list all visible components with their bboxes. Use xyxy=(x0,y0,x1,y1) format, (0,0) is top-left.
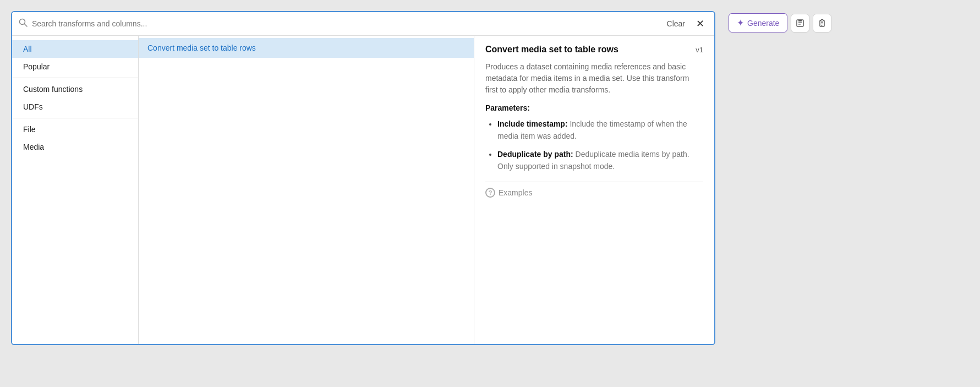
detail-panel: Convert media set to table rows v1 Produ… xyxy=(474,36,714,344)
search-bar: Clear ✕ xyxy=(12,12,714,36)
param-include-timestamp: Include timestamp: Include the timestamp… xyxy=(497,118,703,143)
sidebar: All Popular Custom functions UDFs File M… xyxy=(12,36,139,344)
new-tab-button[interactable] xyxy=(791,14,809,32)
clear-button[interactable]: Clear xyxy=(664,18,688,29)
param-deduplicate: Deduplicate by path: Deduplicate media i… xyxy=(497,148,703,173)
detail-params-list: Include timestamp: Include the timestamp… xyxy=(485,118,703,173)
generate-button[interactable]: ✦ Generate xyxy=(729,13,787,32)
sidebar-item-popular[interactable]: Popular xyxy=(12,58,138,75)
sidebar-item-all[interactable]: All xyxy=(12,40,138,58)
clipboard-button[interactable] xyxy=(813,14,831,32)
examples-label: Examples xyxy=(499,188,532,197)
param-name-timestamp: Include timestamp: xyxy=(497,119,568,128)
examples-bar[interactable]: ? Examples xyxy=(485,182,703,198)
detail-header: Convert media set to table rows v1 xyxy=(485,45,703,54)
sidebar-divider-2 xyxy=(12,118,138,118)
search-input[interactable] xyxy=(32,19,659,28)
right-toolbar: ✦ Generate xyxy=(729,11,831,32)
sidebar-item-custom-functions[interactable]: Custom functions xyxy=(12,80,138,98)
sidebar-item-file[interactable]: File xyxy=(12,121,138,138)
search-icon xyxy=(19,18,28,29)
examples-icon: ? xyxy=(485,188,495,198)
sparkle-icon: ✦ xyxy=(737,18,744,28)
detail-version: v1 xyxy=(696,46,703,54)
sidebar-item-udfs[interactable]: UDFs xyxy=(12,98,138,116)
sidebar-divider-1 xyxy=(12,78,138,78)
svg-rect-3 xyxy=(798,20,802,21)
close-button[interactable]: ✕ xyxy=(693,17,708,31)
detail-description: Produces a dataset containing media refe… xyxy=(485,61,703,96)
generate-label: Generate xyxy=(747,19,779,28)
sidebar-item-media[interactable]: Media xyxy=(12,138,138,156)
list-item-convert-media[interactable]: Convert media set to table rows xyxy=(139,38,474,58)
middle-list: Convert media set to table rows xyxy=(139,36,474,344)
svg-line-1 xyxy=(25,24,28,27)
content-area: All Popular Custom functions UDFs File M… xyxy=(12,36,714,344)
detail-title: Convert media set to table rows xyxy=(485,45,618,54)
main-panel: Clear ✕ All Popular Custom functions UDF… xyxy=(11,11,715,345)
svg-rect-7 xyxy=(821,19,823,21)
param-name-dedup: Deduplicate by path: xyxy=(497,150,573,159)
detail-params-label: Parameters: xyxy=(485,103,703,112)
